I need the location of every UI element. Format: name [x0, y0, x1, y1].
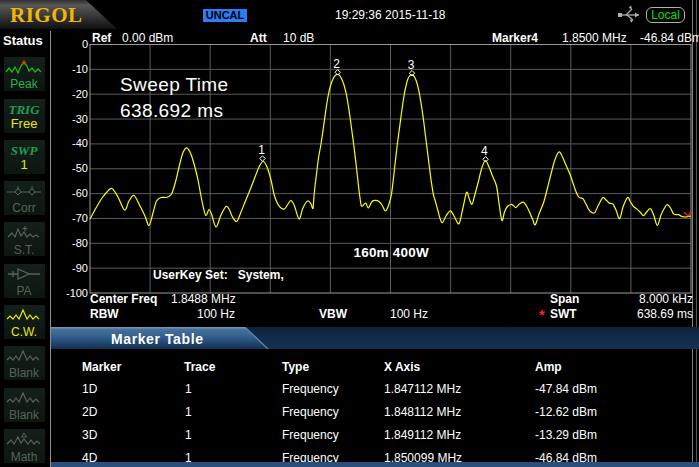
svg-text:1: 1 — [258, 143, 265, 157]
svg-text:2: 2 — [333, 57, 340, 71]
svg-text:3: 3 — [408, 58, 415, 72]
svg-text:4: 4 — [481, 144, 488, 158]
